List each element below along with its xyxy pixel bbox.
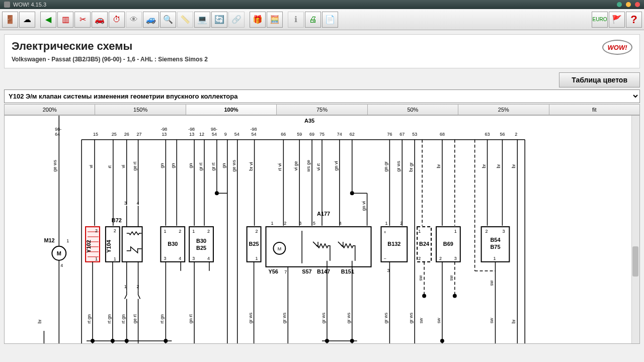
svg-text:4: 4 (60, 263, 63, 268)
svg-text:3: 3 (192, 256, 195, 261)
svg-text:56: 56 (500, 132, 505, 137)
zoom-150[interactable]: 150% (95, 105, 186, 115)
svg-text:15: 15 (93, 132, 98, 137)
minimize-icon[interactable] (617, 2, 622, 7)
svg-text:66: 66 (281, 132, 286, 137)
svg-text:2: 2 (400, 221, 403, 226)
sync-icon[interactable]: 🔄 (211, 12, 227, 28)
svg-text:3: 3 (164, 256, 166, 261)
close-icon[interactable] (635, 2, 640, 7)
svg-text:sw: sw (436, 318, 441, 323)
comp-b69: B69 1 23 sw (436, 227, 460, 343)
svg-text:1: 1 (114, 256, 116, 261)
svg-text:sw: sw (419, 318, 424, 323)
svg-text:1: 1 (271, 221, 273, 226)
window-title: WOW! 4.15.3 (13, 2, 46, 8)
comp-b72: B72 34 12 (112, 201, 142, 343)
weather-icon[interactable]: ☁ (19, 12, 35, 28)
svg-text:68: 68 (440, 132, 445, 137)
svg-text:rt gn: rt gn (107, 314, 112, 323)
svg-text:ge ws: ge ws (52, 160, 57, 172)
zoom-200[interactable]: 200% (5, 105, 95, 115)
parts-icon[interactable]: 🎁 (250, 12, 266, 28)
svg-text:62: 62 (350, 132, 355, 137)
svg-text:98-: 98- (55, 127, 61, 132)
svg-text:gr ws: gr ws (282, 312, 287, 323)
svg-text:59: 59 (297, 132, 302, 137)
zoom-100[interactable]: 100% (186, 105, 277, 115)
wire-color-labels: ge ws vi rt vi ge rt gn gn gn gr rt gr r… (52, 160, 516, 172)
svg-text:Y56: Y56 (268, 268, 278, 275)
svg-text:vi rt: vi rt (316, 163, 321, 171)
svg-text:27: 27 (137, 132, 142, 137)
component-selector[interactable]: Y102 Э/м клапан системы изменения геомет… (4, 89, 640, 103)
zoom-75[interactable]: 75% (277, 105, 367, 115)
svg-text:br: br (436, 164, 441, 168)
svg-text:B75: B75 (490, 244, 500, 250)
print-icon[interactable]: 🖨 (305, 12, 321, 28)
svg-text:26: 26 (124, 132, 129, 137)
svg-text:1: 1 (418, 229, 421, 234)
svg-text:M12: M12 (44, 237, 54, 243)
svg-text:vi: vi (121, 165, 126, 168)
svg-text:B30: B30 (168, 241, 178, 247)
svg-text:75: 75 (319, 132, 325, 137)
car-icon[interactable]: 🚗 (92, 12, 108, 28)
clock-icon[interactable]: ⏱ (109, 12, 125, 28)
svg-text:B69: B69 (443, 241, 453, 247)
svg-text:br vi: br vi (249, 162, 254, 171)
maximize-icon[interactable] (626, 2, 631, 7)
svg-text:rt gn: rt gn (159, 314, 165, 323)
scrollbar-vertical[interactable] (631, 116, 639, 343)
svg-text:-98: -98 (160, 127, 167, 132)
svg-text:vi: vi (89, 165, 94, 168)
euro-icon[interactable]: EURO (592, 12, 608, 28)
wiring-diagram[interactable]: A35 98-64 15252627 -9813 -981312 98-5495… (5, 116, 639, 343)
comp-b30: B30 12 34 (160, 227, 185, 343)
svg-text:12: 12 (199, 132, 204, 137)
bottom-wire-labels: br rt gn rt gn rt gn ge rt rt gn gn rt g… (37, 312, 516, 343)
zoom-fit[interactable]: fit (549, 105, 639, 115)
back-icon[interactable]: ◀ (40, 12, 56, 28)
search-icon[interactable]: 🔍 (160, 12, 176, 28)
diag-icon[interactable]: ▥ (57, 12, 73, 28)
svg-text:74: 74 (337, 132, 342, 137)
calc-icon[interactable]: 🧮 (267, 12, 283, 28)
help-icon[interactable]: ? (626, 12, 642, 28)
svg-text:br: br (37, 319, 42, 323)
zoom-25[interactable]: 25% (458, 105, 549, 115)
svg-text:54: 54 (252, 132, 257, 137)
svg-text:1: 1 (493, 256, 496, 261)
svg-text:br: br (511, 164, 516, 168)
svg-text:13: 13 (189, 132, 194, 137)
svg-text:gn: gn (159, 163, 165, 168)
svg-text:ge rt: ge rt (132, 161, 137, 170)
wrench-icon[interactable]: ✂ (74, 12, 91, 28)
svg-text:rt gn: rt gn (121, 314, 126, 323)
comp-b30b25: B30 B25 12 34 (189, 227, 213, 343)
view-icon: 👁 (126, 12, 142, 28)
svg-text:-98: -98 (188, 127, 195, 132)
svg-text:gn: gn (188, 163, 193, 168)
exit-icon[interactable]: 🚪 (2, 12, 18, 28)
svg-text:gr rt: gr rt (198, 162, 203, 170)
color-table-button[interactable]: Таблица цветов (559, 72, 640, 87)
svg-text:4: 4 (339, 221, 342, 226)
svg-text:2: 2 (284, 221, 286, 226)
svg-text:B30: B30 (196, 238, 206, 244)
comp-y102: Y102 21 (86, 227, 100, 343)
flag-icon[interactable]: 🚩 (609, 12, 625, 28)
svg-text:ge ws: ge ws (231, 160, 236, 172)
laptop-icon[interactable]: 💻 (194, 12, 210, 28)
svg-text:br: br (481, 164, 487, 168)
svg-text:B132: B132 (387, 241, 400, 247)
top-pins: 98-64 15252627 -9813 -981312 98-54954 -9… (55, 127, 517, 137)
doc-icon[interactable]: 📄 (322, 12, 338, 28)
zoom-50[interactable]: 50% (368, 105, 458, 115)
scrollbar-thumb[interactable] (632, 246, 638, 277)
svg-text:1: 1 (66, 238, 69, 243)
svg-text:3: 3 (124, 201, 127, 206)
search-car-icon[interactable]: 🚙 (143, 12, 159, 28)
svg-text:B147: B147 (317, 268, 330, 275)
svg-text:2: 2 (515, 132, 517, 137)
